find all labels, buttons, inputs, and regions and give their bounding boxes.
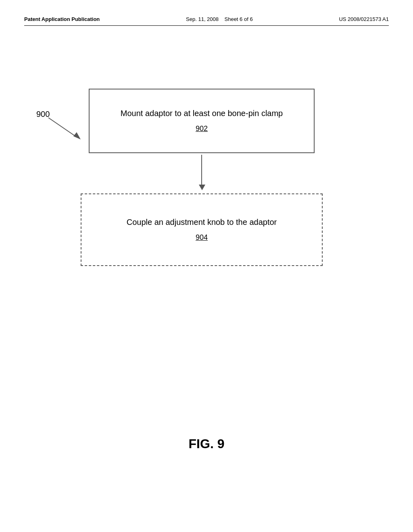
header-date: Sep. 11, 2008 — [186, 16, 219, 22]
header-patent-number: US 2008/0221573 A1 — [339, 16, 389, 22]
header-publication-label: Patent Application Publication — [24, 16, 100, 22]
step-904-text: Couple an adjustment knob to the adaptor — [127, 218, 277, 227]
step-904-label: 904 — [196, 233, 208, 242]
page-header: Patent Application Publication Sep. 11, … — [24, 16, 389, 26]
header-sheet: Sheet 6 of 6 — [225, 16, 253, 22]
step-902-box: Mount adaptor to at least one bone-pin c… — [89, 89, 315, 153]
step-902-text: Mount adaptor to at least one bone-pin c… — [121, 109, 283, 118]
connector-line — [201, 155, 202, 187]
step-902-label: 902 — [196, 125, 208, 133]
svg-line-1 — [48, 118, 77, 137]
connector-arrowhead — [199, 185, 205, 190]
figure-caption: FIG. 9 — [0, 436, 413, 451]
page-container: Patent Application Publication Sep. 11, … — [0, 0, 413, 532]
header-date-sheet: Sep. 11, 2008 Sheet 6 of 6 — [186, 16, 253, 22]
diagram-area: 900 Mount adaptor to at least one bone-p… — [24, 81, 389, 363]
svg-marker-2 — [73, 132, 81, 139]
step-904-box: Couple an adjustment knob to the adaptor… — [81, 193, 323, 266]
svg-text:900: 900 — [36, 110, 50, 118]
